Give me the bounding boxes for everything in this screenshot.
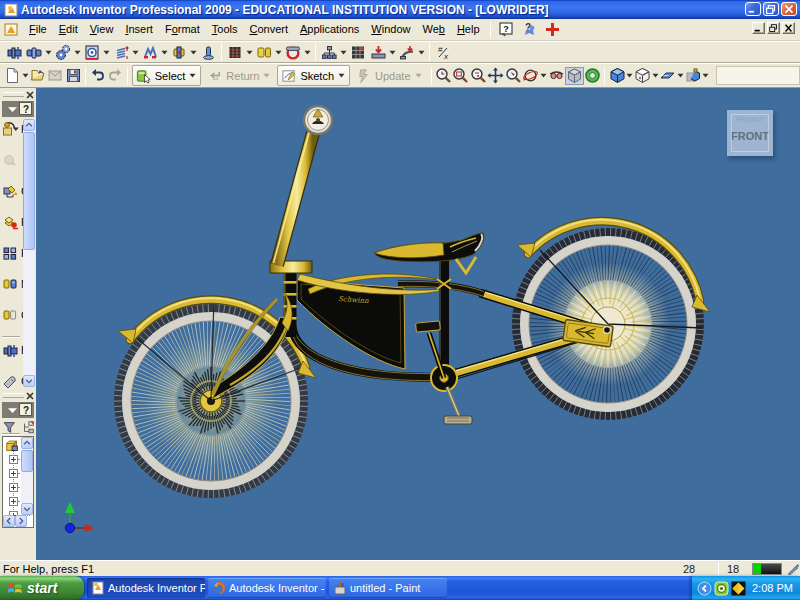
model-tree[interactable] <box>2 436 34 528</box>
child-restore-button[interactable] <box>767 22 780 34</box>
new-doc-dropdown[interactable] <box>21 67 29 85</box>
o-ring-icon[interactable] <box>283 43 303 61</box>
tree-scroll-right[interactable] <box>15 515 27 527</box>
equations-icon[interactable]: #x <box>433 43 453 61</box>
model-viewport[interactable]: Schwinn FRONT FRONT <box>36 88 800 560</box>
view-cube[interactable]: FRONT FRONT <box>727 110 773 156</box>
menu-window[interactable]: Window <box>365 21 416 38</box>
white-cube-dropdown[interactable] <box>651 67 659 85</box>
tray-green-icon[interactable] <box>714 581 729 596</box>
plane-slice-icon[interactable] <box>659 67 676 85</box>
open-icon[interactable] <box>29 67 46 85</box>
restore-button[interactable] <box>763 2 779 16</box>
select-button-dropdown[interactable] <box>188 67 197 85</box>
belts-icon[interactable] <box>140 43 160 61</box>
scroll-up-arrow[interactable] <box>23 119 35 131</box>
browser-close-icon[interactable] <box>25 391 35 401</box>
save-icon[interactable] <box>64 67 81 85</box>
menu-format[interactable]: Format <box>159 21 206 38</box>
tray-chevron-icon[interactable] <box>697 581 712 596</box>
menu-web[interactable]: Web <box>416 21 450 38</box>
white-cube-icon[interactable] <box>634 67 651 85</box>
blue-cube-icon[interactable] <box>608 67 625 85</box>
zoom-inout-icon[interactable] <box>469 67 486 85</box>
red-plus-icon[interactable] <box>544 21 561 38</box>
bearing-icon[interactable] <box>82 43 102 61</box>
clevis-dropdown[interactable] <box>189 43 198 61</box>
sketch-button[interactable]: Sketch <box>277 65 350 86</box>
spring-dropdown[interactable] <box>131 43 140 61</box>
child-close-button[interactable] <box>782 22 795 34</box>
tree-expand-icon[interactable] <box>9 483 18 492</box>
taskbar-button-paint[interactable]: untitled - Paint <box>329 578 447 598</box>
panel-bar-scrollbar[interactable] <box>23 119 35 375</box>
o-ring-dropdown[interactable] <box>303 43 312 61</box>
panel-bar-header[interactable]: ? <box>2 101 34 117</box>
ground-shadow-icon[interactable] <box>584 67 601 85</box>
tree-expand-icon[interactable] <box>9 455 18 464</box>
shaded-display-icon[interactable] <box>565 67 584 85</box>
orbit-icon[interactable] <box>522 67 539 85</box>
shaft-dropdown[interactable] <box>44 43 53 61</box>
orbit-dropdown[interactable] <box>539 67 547 85</box>
sketch-button-dropdown[interactable] <box>337 67 346 85</box>
menu-help[interactable]: Help <box>451 21 486 38</box>
update-button[interactable]: Update <box>352 65 426 86</box>
return-button-dropdown[interactable] <box>262 67 271 85</box>
scroll-thumb[interactable] <box>23 132 35 250</box>
shaft-icon[interactable] <box>24 43 44 61</box>
browser-header[interactable]: ? <box>2 402 34 418</box>
belts-dropdown[interactable] <box>160 43 169 61</box>
browser-menu-arrow[interactable] <box>7 407 18 414</box>
redo-icon[interactable] <box>106 67 123 85</box>
minimize-button[interactable] <box>745 2 761 16</box>
beam-grid-icon[interactable] <box>348 43 368 61</box>
menu-applications[interactable]: Applications <box>294 21 365 38</box>
browser-grip[interactable] <box>0 391 36 401</box>
start-button[interactable]: start <box>0 576 84 600</box>
cam-dropdown[interactable] <box>245 43 254 61</box>
menu-tools[interactable]: Tools <box>206 21 244 38</box>
opacity-cubes-icon[interactable] <box>684 67 701 85</box>
gears-icon[interactable] <box>53 43 73 61</box>
tree-expand-icon[interactable] <box>9 497 18 506</box>
look-at-icon[interactable] <box>547 67 564 85</box>
tree-scroll-up[interactable] <box>21 437 33 449</box>
panel-bar-grip[interactable] <box>0 90 36 100</box>
taskbar-button-inventor-doc[interactable]: Autodesk Inventor Pr... <box>87 578 205 598</box>
browser-help-icon[interactable]: ? <box>19 403 32 416</box>
bolted-connection-icon[interactable] <box>4 43 24 61</box>
mail-grey-icon[interactable] <box>47 67 64 85</box>
child-minimize-button[interactable] <box>752 22 765 34</box>
toolbar-input-field[interactable] <box>716 66 800 85</box>
blue-cube-dropdown[interactable] <box>626 67 634 85</box>
cam-icon[interactable] <box>225 43 245 61</box>
zoom-window-icon[interactable] <box>452 67 469 85</box>
scroll-down-arrow[interactable] <box>23 375 35 387</box>
plane-slice-dropdown[interactable] <box>676 67 684 85</box>
gears-dropdown[interactable] <box>73 43 82 61</box>
return-button[interactable]: Return <box>203 65 275 86</box>
menu-file[interactable]: File <box>23 21 53 38</box>
frame-gen-dropdown[interactable] <box>339 43 348 61</box>
panel-bar-close-icon[interactable] <box>25 90 35 100</box>
plate-arrow-icon[interactable] <box>368 43 388 61</box>
select-button[interactable]: Select <box>132 65 202 86</box>
tree-scroll-thumb[interactable] <box>21 450 33 472</box>
new-doc-icon[interactable] <box>4 67 21 85</box>
tree-expand-icon[interactable] <box>9 469 18 478</box>
clevis-icon[interactable] <box>169 43 189 61</box>
beam-arrow-dropdown[interactable] <box>417 43 426 61</box>
menu-edit[interactable]: Edit <box>53 21 84 38</box>
key-dropdown[interactable] <box>274 43 283 61</box>
zoom-select-icon[interactable] <box>504 67 521 85</box>
tree-scroll-down[interactable] <box>21 503 33 515</box>
opacity-cubes-dropdown[interactable] <box>702 67 710 85</box>
key-icon[interactable] <box>254 43 274 61</box>
bearing-dropdown[interactable] <box>102 43 111 61</box>
update-button-dropdown[interactable] <box>414 67 423 85</box>
help-topics-icon[interactable]: ? <box>498 21 515 38</box>
plate-arrow-dropdown[interactable] <box>388 43 397 61</box>
tree-hscrollbar[interactable] <box>3 515 27 527</box>
panel-bar-help-icon[interactable]: ? <box>19 102 32 115</box>
